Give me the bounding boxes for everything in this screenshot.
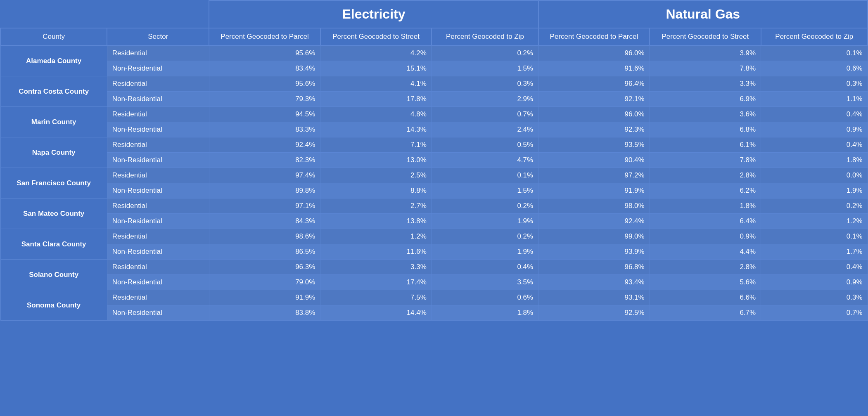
table-row: Non-Residential83.4%15.1%1.5%91.6%7.8%0.…: [0, 61, 868, 76]
value-cell: 96.0%: [538, 45, 650, 61]
value-cell: 8.8%: [320, 183, 432, 199]
county-cell: Alameda County: [0, 45, 107, 76]
value-cell: 0.4%: [761, 137, 868, 153]
value-cell: 0.9%: [761, 122, 868, 137]
value-cell: 6.8%: [650, 122, 761, 137]
value-cell: 14.4%: [320, 305, 432, 321]
value-cell: 6.6%: [650, 290, 761, 305]
value-cell: 6.9%: [650, 92, 761, 107]
sector-cell: Residential: [107, 76, 209, 92]
value-cell: 1.8%: [761, 153, 868, 168]
value-cell: 92.5%: [538, 305, 650, 321]
value-cell: 0.9%: [650, 229, 761, 244]
county-cell: Solano County: [0, 260, 107, 290]
table-row: Non-Residential83.8%14.4%1.8%92.5%6.7%0.…: [0, 305, 868, 321]
county-cell: Sonoma County: [0, 290, 107, 321]
table-row: Non-Residential79.3%17.8%2.9%92.1%6.9%1.…: [0, 92, 868, 107]
value-cell: 13.0%: [320, 153, 432, 168]
value-cell: 99.0%: [538, 229, 650, 244]
value-cell: 1.2%: [320, 229, 432, 244]
sector-cell: Residential: [107, 107, 209, 122]
electricity-header: Electricity: [209, 0, 538, 28]
value-cell: 93.4%: [538, 275, 650, 290]
value-cell: 83.8%: [209, 305, 320, 321]
value-cell: 2.5%: [320, 168, 432, 183]
value-cell: 92.1%: [538, 92, 650, 107]
gas-street-header: Percent Geocoded to Street: [650, 28, 761, 45]
value-cell: 90.4%: [538, 153, 650, 168]
table-row: Non-Residential86.5%11.6%1.9%93.9%4.4%1.…: [0, 244, 868, 260]
value-cell: 83.4%: [209, 61, 320, 76]
value-cell: 14.3%: [320, 122, 432, 137]
value-cell: 1.7%: [761, 244, 868, 260]
value-cell: 6.4%: [650, 214, 761, 229]
value-cell: 4.7%: [432, 153, 538, 168]
value-cell: 1.8%: [650, 199, 761, 214]
value-cell: 97.4%: [209, 168, 320, 183]
value-cell: 7.8%: [650, 153, 761, 168]
value-cell: 6.1%: [650, 137, 761, 153]
value-cell: 1.9%: [761, 183, 868, 199]
table-row: San Mateo CountyResidential97.1%2.7%0.2%…: [0, 199, 868, 214]
sector-cell: Non-Residential: [107, 122, 209, 137]
value-cell: 97.1%: [209, 199, 320, 214]
value-cell: 94.5%: [209, 107, 320, 122]
value-cell: 91.6%: [538, 61, 650, 76]
table-row: Non-Residential83.3%14.3%2.4%92.3%6.8%0.…: [0, 122, 868, 137]
table-row: Non-Residential79.0%17.4%3.5%93.4%5.6%0.…: [0, 275, 868, 290]
value-cell: 3.9%: [650, 45, 761, 61]
value-cell: 13.8%: [320, 214, 432, 229]
value-cell: 0.2%: [761, 199, 868, 214]
value-cell: 0.1%: [432, 168, 538, 183]
value-cell: 93.5%: [538, 137, 650, 153]
sector-cell: Non-Residential: [107, 244, 209, 260]
sector-cell: Residential: [107, 229, 209, 244]
table-row: Sonoma CountyResidential91.9%7.5%0.6%93.…: [0, 290, 868, 305]
value-cell: 0.7%: [432, 107, 538, 122]
value-cell: 0.9%: [761, 275, 868, 290]
value-cell: 2.4%: [432, 122, 538, 137]
value-cell: 93.9%: [538, 244, 650, 260]
value-cell: 1.8%: [432, 305, 538, 321]
value-cell: 83.3%: [209, 122, 320, 137]
value-cell: 1.5%: [432, 183, 538, 199]
county-cell: San Mateo County: [0, 199, 107, 229]
value-cell: 79.0%: [209, 275, 320, 290]
sector-cell: Residential: [107, 199, 209, 214]
gas-parcel-header: Percent Geocoded to Parcel: [538, 28, 650, 45]
value-cell: 4.4%: [650, 244, 761, 260]
sub-header-row: County Sector Percent Geocoded to Parcel…: [0, 28, 868, 45]
value-cell: 0.6%: [761, 61, 868, 76]
value-cell: 2.9%: [432, 92, 538, 107]
value-cell: 2.8%: [650, 168, 761, 183]
sector-cell: Non-Residential: [107, 275, 209, 290]
sector-header: Sector: [107, 28, 209, 45]
value-cell: 7.8%: [650, 61, 761, 76]
value-cell: 0.6%: [432, 290, 538, 305]
value-cell: 3.6%: [650, 107, 761, 122]
gas-zip-header: Percent Geocoded to Zip: [761, 28, 868, 45]
value-cell: 3.3%: [650, 76, 761, 92]
value-cell: 0.3%: [761, 76, 868, 92]
sector-cell: Residential: [107, 290, 209, 305]
sector-cell: Non-Residential: [107, 92, 209, 107]
value-cell: 95.6%: [209, 76, 320, 92]
value-cell: 98.6%: [209, 229, 320, 244]
value-cell: 17.8%: [320, 92, 432, 107]
value-cell: 6.7%: [650, 305, 761, 321]
elec-zip-header: Percent Geocoded to Zip: [432, 28, 538, 45]
elec-street-header: Percent Geocoded to Street: [320, 28, 432, 45]
value-cell: 15.1%: [320, 61, 432, 76]
table-row: Non-Residential82.3%13.0%4.7%90.4%7.8%1.…: [0, 153, 868, 168]
value-cell: 86.5%: [209, 244, 320, 260]
sector-cell: Non-Residential: [107, 153, 209, 168]
table-row: Napa CountyResidential92.4%7.1%0.5%93.5%…: [0, 137, 868, 153]
natural-gas-header: Natural Gas: [538, 0, 868, 28]
value-cell: 0.4%: [761, 260, 868, 275]
data-table: Electricity Natural Gas County Sector Pe…: [0, 0, 868, 321]
value-cell: 7.5%: [320, 290, 432, 305]
value-cell: 7.1%: [320, 137, 432, 153]
county-header: County: [0, 28, 107, 45]
sector-cell: Non-Residential: [107, 305, 209, 321]
value-cell: 79.3%: [209, 92, 320, 107]
